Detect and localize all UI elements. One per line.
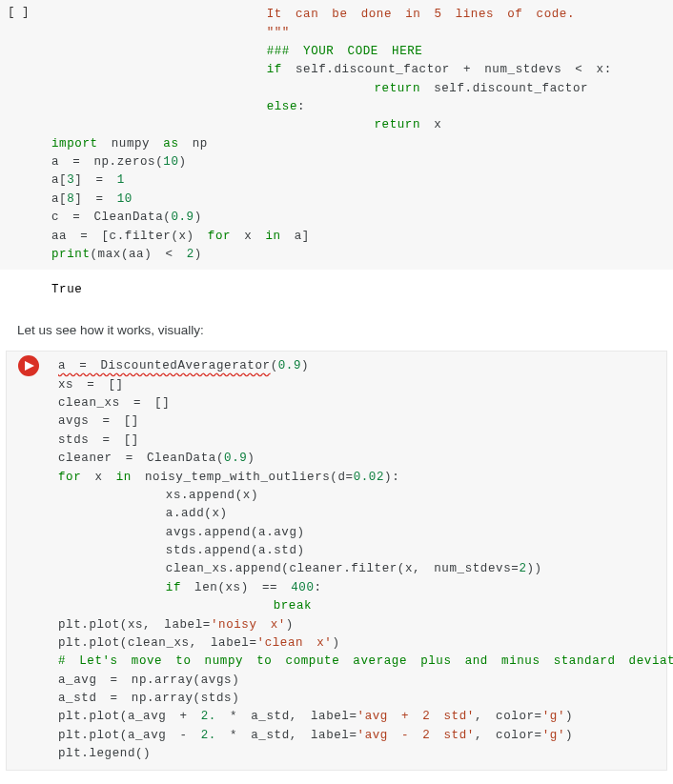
cell-output-1: True — [0, 270, 673, 310]
code-block-1[interactable]: It can be done in 5 lines of code. """ #… — [51, 6, 665, 264]
code-cell-1: [ ] It can be done in 5 lines of code. "… — [0, 0, 673, 270]
code-block-2[interactable]: a = DiscountedAveragerator(0.9) xs = [] … — [58, 357, 659, 763]
prose-text: Let us see how it works, visually: — [0, 310, 673, 351]
code-cell-2: a = DiscountedAveragerator(0.9) xs = [] … — [6, 351, 667, 770]
cell-gutter: [ ] — [8, 6, 30, 19]
run-button[interactable] — [18, 355, 39, 376]
play-icon — [25, 361, 34, 371]
